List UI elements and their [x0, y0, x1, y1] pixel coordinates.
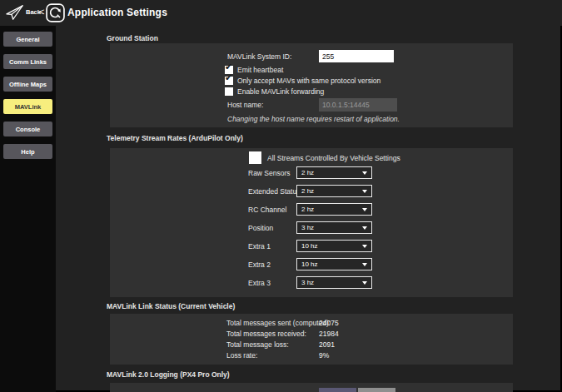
messages-received-value: 21984 — [319, 330, 339, 338]
chevron-down-icon — [362, 171, 367, 175]
extra2-value: 10 hz — [301, 261, 318, 268]
mavlink-forwarding-label: Enable MAVLink forwarding — [237, 87, 324, 96]
extra3-value: 3 hz — [301, 279, 314, 286]
chevron-down-icon — [362, 245, 367, 248]
host-name-label: Host name: — [227, 101, 263, 109]
messages-received-label: Total messages received: — [226, 330, 306, 338]
position-label: Position — [248, 224, 273, 232]
position-value: 3 hz — [301, 224, 314, 231]
same-protocol-label: Only accept MAVs with same protocol vers… — [237, 77, 380, 85]
loss-rate-label: Loss rate: — [226, 351, 257, 360]
extra1-dropdown[interactable]: 10 hz — [296, 240, 372, 252]
checkmark-icon: ✔ — [225, 73, 232, 82]
system-id-label: MAVLink System ID: — [227, 52, 291, 61]
sidebar-item-offline-maps[interactable]: Offline Maps — [3, 77, 52, 92]
system-id-input[interactable] — [319, 50, 394, 62]
logging-panel — [110, 383, 513, 392]
settings-sidebar: General Comm Links Offline Maps MAVLink … — [0, 26, 56, 392]
sidebar-item-help[interactable]: Help — [3, 144, 52, 159]
extra2-label: Extra 2 — [248, 261, 271, 269]
raw-sensors-dropdown[interactable]: 2 hz — [296, 166, 372, 179]
host-name-restart-note: Changing the host name requires restart … — [227, 115, 400, 123]
section-title-logging: MAVLink 2.0 Logging (PX4 Pro Only) — [107, 370, 230, 379]
chevron-down-icon — [362, 208, 367, 211]
messages-sent-value: 24075 — [319, 319, 339, 327]
checkmark-icon: ✔ — [225, 62, 232, 72]
header-bar: Back < Application Settings — [0, 0, 562, 26]
message-loss-label: Total message loss: — [226, 340, 289, 349]
position-dropdown[interactable]: 3 hz — [296, 221, 372, 234]
host-name-input[interactable] — [319, 98, 397, 112]
emit-heartbeat-label: Emit heartbeat — [237, 66, 283, 74]
all-streams-label: All Streams Controlled By Vehicle Settin… — [267, 154, 400, 162]
messages-sent-label: Total messages sent (computed): — [226, 319, 331, 327]
mavlink-forwarding-checkbox[interactable]: ✔ — [225, 87, 233, 96]
qgroundcontrol-logo-icon — [6, 3, 24, 22]
extra3-dropdown[interactable]: 3 hz — [296, 276, 372, 289]
back-chevron-icon[interactable]: < — [39, 7, 44, 17]
section-title-ground-station: Ground Station — [107, 34, 158, 42]
same-protocol-checkbox[interactable]: ✔ — [225, 77, 233, 85]
message-loss-value: 2091 — [319, 340, 335, 349]
rc-channel-value: 2 hz — [301, 206, 314, 213]
extended-status-label: Extended Status — [248, 187, 300, 196]
raw-sensors-value: 2 hz — [301, 169, 314, 176]
sidebar-item-comm-links[interactable]: Comm Links — [3, 54, 52, 69]
sidebar-item-mavlink[interactable]: MAVLink — [3, 99, 52, 114]
chevron-down-icon — [362, 263, 367, 266]
chevron-down-icon — [362, 281, 367, 285]
logging-stop-button[interactable] — [358, 388, 395, 392]
settings-q-icon — [46, 3, 65, 22]
rc-channel-dropdown[interactable]: 2 hz — [296, 203, 372, 216]
page-title: Application Settings — [67, 7, 167, 18]
logging-start-button[interactable] — [319, 388, 356, 392]
all-streams-checkbox[interactable]: ✔ — [249, 151, 261, 164]
extra1-label: Extra 1 — [248, 242, 271, 251]
extended-status-value: 2 hz — [301, 187, 314, 195]
extra3-label: Extra 3 — [248, 279, 271, 287]
chevron-down-icon — [362, 226, 367, 230]
loss-rate-value: 9% — [319, 351, 329, 360]
extended-status-dropdown[interactable]: 2 hz — [296, 185, 372, 197]
section-title-telemetry: Telemetry Stream Rates (ArduPilot Only) — [107, 134, 243, 142]
raw-sensors-label: Raw Sensors — [248, 169, 291, 177]
extra1-value: 10 hz — [301, 242, 318, 250]
extra2-dropdown[interactable]: 10 hz — [296, 258, 372, 270]
sidebar-item-general[interactable]: General — [3, 32, 52, 47]
sidebar-item-console[interactable]: Console — [3, 122, 52, 136]
rc-channel-label: RC Channel — [248, 206, 286, 214]
chevron-down-icon — [362, 190, 367, 193]
section-title-link-status: MAVLink Link Status (Current Vehicle) — [107, 302, 235, 310]
application-settings-window: Back < Application Settings General Comm… — [0, 0, 562, 392]
